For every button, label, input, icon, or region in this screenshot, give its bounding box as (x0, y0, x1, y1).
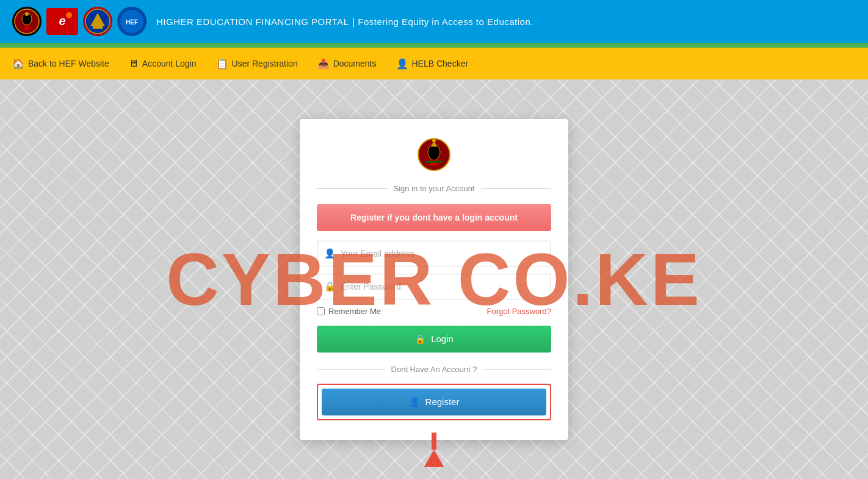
register-user-icon: 👤 (409, 397, 421, 408)
divider-line-left2 (317, 369, 385, 370)
svg-text:HEF: HEF (126, 19, 138, 26)
sign-in-divider: Sign in to your Account (317, 184, 551, 193)
register-button-label: Register (425, 397, 460, 407)
divider-line-left (317, 188, 388, 189)
divider-line-right (481, 188, 552, 189)
remember-me-checkbox[interactable] (317, 307, 325, 315)
remember-me-label[interactable]: Remember Me (317, 307, 381, 316)
arrow-head (424, 450, 444, 467)
header-logos: e HEF (12, 7, 146, 36)
register-button[interactable]: 👤 Register (322, 389, 546, 415)
nav: 🏠 Back to HEF Website 🖥 Account Login 📋 … (0, 48, 868, 79)
login-button[interactable]: 🔒 Login (317, 326, 551, 353)
nav-helb-checker-label: HELB Checker (412, 59, 469, 68)
arrow-stem (432, 433, 436, 450)
nav-account-login[interactable]: 🖥 Account Login (129, 58, 197, 69)
email-icon: 👤 (324, 248, 336, 259)
portal-name: HIGHER EDUCATION FINANCING PORTAL (156, 16, 349, 27)
monitor-icon: 🖥 (129, 58, 139, 69)
register-box: 👤 Register (317, 384, 551, 420)
coat-of-arms-icon (417, 137, 451, 172)
user-icon: 👤 (396, 58, 408, 70)
nav-documents[interactable]: 📥 Documents (317, 58, 377, 70)
no-account-divider: Dont Have An Account ? (317, 365, 551, 374)
nav-back-hef[interactable]: 🏠 Back to HEF Website (12, 58, 109, 70)
logo-kenya (12, 7, 42, 36)
forgot-password-link[interactable]: Forgot Password? (487, 307, 552, 316)
nav-documents-label: Documents (333, 59, 377, 68)
password-icon: 🔒 (324, 281, 336, 292)
home-icon: 🏠 (12, 58, 24, 70)
nav-user-registration[interactable]: 📋 User Registration (216, 58, 298, 70)
email-input[interactable] (317, 241, 551, 266)
header: e HEF HIGHER EDUCATION FINANCING PORTAL … (0, 0, 868, 43)
svg-rect-2 (24, 25, 29, 30)
logo-hef: HEF (117, 7, 146, 36)
logo-ecitizen: e (46, 8, 78, 35)
lock-icon: 🔒 (414, 334, 426, 345)
login-card: Sign in to your Account Register if you … (300, 119, 568, 440)
header-title: HIGHER EDUCATION FINANCING PORTAL | Fost… (156, 15, 533, 28)
no-account-label: Dont Have An Account ? (391, 365, 477, 374)
nav-user-registration-label: User Registration (232, 59, 298, 68)
main-content: CYBER CO.KE Sign in to your Account Regi… (0, 79, 868, 479)
svg-rect-17 (425, 161, 443, 163)
divider-line-right2 (483, 369, 551, 370)
portal-subtitle: | Fostering Equity in Access to Educatio… (352, 16, 533, 27)
nav-helb-checker[interactable]: 👤 HELB Checker (396, 58, 469, 70)
nav-account-login-label: Account Login (142, 59, 197, 68)
sign-in-label: Sign in to your Account (394, 184, 475, 193)
register-alert-button[interactable]: Register if you dont have a login accoun… (317, 204, 551, 231)
password-input[interactable] (317, 274, 551, 299)
options-row: Remember Me Forgot Password? (317, 307, 551, 316)
clipboard-icon: 📋 (216, 58, 228, 70)
nav-back-hef-label: Back to HEF Website (28, 59, 109, 68)
green-stripe (0, 43, 868, 48)
arrow-annotation (424, 433, 444, 467)
login-button-label: Login (431, 334, 454, 344)
download-icon: 📥 (317, 58, 330, 70)
svg-point-16 (432, 139, 436, 142)
svg-point-6 (66, 12, 72, 18)
card-logo (317, 137, 551, 174)
logo-education (83, 7, 112, 36)
email-input-group: 👤 (317, 241, 551, 266)
svg-text:e: e (59, 14, 65, 27)
svg-point-3 (25, 12, 29, 16)
password-input-group: 🔒 (317, 274, 551, 299)
remember-me-text: Remember Me (328, 307, 381, 316)
svg-rect-9 (93, 26, 103, 29)
